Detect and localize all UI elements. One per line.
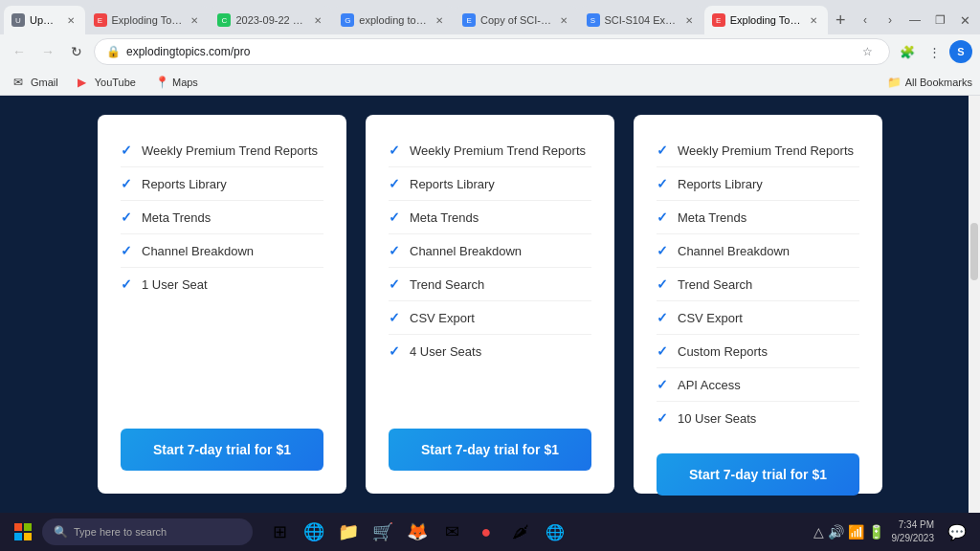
tab-exploding-active[interactable]: E Exploding Topic... ✕ (704, 6, 828, 34)
battery-icon[interactable]: 🔋 (868, 524, 884, 540)
svg-rect-3 (24, 533, 32, 540)
extensions-icon[interactable]: 🧩 (896, 40, 919, 63)
taskbar-app-edge[interactable]: 🌐 (299, 517, 329, 547)
tab-close-exploding-active[interactable]: ✕ (807, 13, 820, 27)
notification-center-button[interactable]: 💬 (942, 517, 972, 547)
taskbar-app-pepper[interactable]: 🌶 (505, 517, 536, 547)
bookmark-gmail[interactable]: ✉ Gmail (8, 74, 64, 91)
taskbar: 🔍 Type here to search ⊞ 🌐 📁 🛒 🦊 ✉ ● 🌶 🌐 … (0, 513, 980, 551)
address-bar[interactable]: 🔒 explodingtopics.com/pro ☆ (94, 38, 890, 65)
tab-upwork[interactable]: U Upwork ✕ (4, 6, 85, 34)
checkmark-icon: ✓ (657, 209, 668, 225)
feature-label: API Access (678, 378, 741, 392)
url-text: explodingtopics.com/pro (126, 45, 851, 58)
taskbar-search[interactable]: 🔍 Type here to search (42, 518, 253, 545)
back-button[interactable]: ← (8, 40, 31, 63)
more-options-icon[interactable]: ⋮ (923, 40, 946, 63)
checkmark-icon: ✓ (657, 276, 668, 292)
tab-scroll-left-button[interactable]: ‹ (854, 9, 877, 32)
taskbar-app-explorer[interactable]: 📁 (333, 517, 364, 547)
pricing-card-pro: ✓ Weekly Premium Trend Reports ✓ Reports… (366, 115, 614, 494)
feature-label: 10 User Seats (678, 411, 756, 426)
new-tab-button[interactable]: + (829, 7, 853, 33)
checkmark-icon: ✓ (657, 410, 668, 426)
tab-exploding-1[interactable]: E Exploding Topic... ✕ (86, 6, 210, 34)
browser-actions: 🧩 ⋮ S (896, 40, 972, 63)
tab-close-copy-sci[interactable]: ✕ (557, 13, 570, 27)
start-button[interactable] (8, 517, 38, 547)
minimize-button[interactable]: — (903, 9, 926, 32)
feature-label: Custom Reports (678, 344, 768, 359)
checkmark-icon: ✓ (389, 243, 400, 258)
tab-scroll-right-button[interactable]: › (879, 9, 902, 32)
feature-label: Trend Search (410, 277, 484, 292)
maximize-button[interactable]: ❐ (928, 9, 951, 32)
feature-item: ✓ CSV Export (389, 301, 591, 335)
tab-close-upwork[interactable]: ✕ (64, 13, 78, 27)
feature-item: ✓ 10 User Seats (657, 402, 859, 434)
forward-button[interactable]: → (36, 40, 59, 63)
tab-title-sci-s104: SCI-S104 Explo... (605, 14, 678, 26)
tab-favicon-exploding-1: E (94, 13, 107, 27)
tab-google[interactable]: G exploding topic... ✕ (333, 6, 454, 34)
feature-item: ✓ Reports Library (121, 167, 323, 201)
taskbar-app-chrome[interactable]: 🌐 (540, 517, 570, 547)
tab-title-copy-sci: Copy of SCI-S1... (480, 14, 551, 26)
checkmark-icon: ✓ (389, 276, 400, 292)
taskbar-search-placeholder: Type here to search (74, 526, 167, 538)
tab-close-google[interactable]: ✕ (433, 13, 446, 27)
cta-button-basic[interactable]: Start 7-day trial for $1 (121, 429, 323, 471)
feature-item: ✓ Trend Search (389, 268, 591, 301)
address-actions: ☆ (857, 41, 878, 62)
tab-title-exploding-active: Exploding Topic... (730, 14, 802, 26)
pricing-card-enterprise: ✓ Weekly Premium Trend Reports ✓ Reports… (634, 115, 882, 494)
tab-sci-s104[interactable]: S SCI-S104 Explo... ✕ (579, 6, 703, 34)
address-bar-row: ← → ↻ 🔒 explodingtopics.com/pro ☆ 🧩 ⋮ S (0, 34, 980, 69)
tab-title-uni: 2023-09-22 Uni... (235, 14, 306, 26)
volume-icon[interactable]: 🔊 (828, 524, 844, 540)
close-button[interactable]: ✕ (953, 9, 976, 32)
notification-icon[interactable]: △ (813, 524, 824, 540)
clock-time: 7:34 PM (892, 518, 935, 532)
feature-label: Channel Breakdown (142, 244, 254, 258)
taskbar-app-red1[interactable]: ● (471, 517, 501, 547)
feature-item: ✓ Channel Breakdown (389, 234, 591, 268)
bookmark-maps[interactable]: 📍 Maps (149, 74, 204, 91)
feature-label: Meta Trends (678, 210, 746, 225)
taskbar-app-widgets[interactable]: ⊞ (264, 517, 295, 547)
tab-close-uni[interactable]: ✕ (311, 13, 324, 27)
cta-button-pro[interactable]: Start 7-day trial for $1 (389, 429, 591, 471)
taskbar-app-store[interactable]: 🛒 (368, 517, 398, 547)
feature-item: ✓ 1 User Seat (121, 268, 323, 300)
feature-item: ✓ CSV Export (657, 301, 859, 335)
network-icon[interactable]: 📶 (848, 524, 864, 540)
checkmark-icon: ✓ (657, 343, 668, 359)
taskbar-app-firefox[interactable]: 🦊 (402, 517, 433, 547)
checkmark-icon: ✓ (657, 176, 668, 191)
feature-label: Trend Search (678, 277, 752, 292)
bookmark-star-icon[interactable]: ☆ (857, 41, 878, 62)
scrollbar-thumb[interactable] (970, 223, 978, 280)
tab-close-sci-s104[interactable]: ✕ (682, 13, 696, 27)
tab-favicon-sci-s104: S (587, 13, 600, 27)
tab-uni[interactable]: C 2023-09-22 Uni... ✕ (210, 6, 332, 34)
bookmark-youtube[interactable]: ▶ YouTube (72, 74, 142, 91)
tab-close-exploding-1[interactable]: ✕ (188, 13, 201, 27)
tab-favicon-exploding-active: E (712, 13, 725, 27)
all-bookmarks[interactable]: 📁 All Bookmarks (887, 76, 972, 89)
checkmark-icon: ✓ (657, 143, 668, 158)
checkmark-icon: ✓ (389, 209, 400, 225)
scrollbar[interactable] (969, 96, 980, 513)
page-content: ✓ Weekly Premium Trend Reports ✓ Reports… (0, 96, 980, 513)
tab-favicon-uni: C (217, 13, 231, 27)
reload-button[interactable]: ↻ (65, 40, 88, 63)
cta-button-enterprise[interactable]: Start 7-day trial for $1 (657, 453, 859, 496)
feature-item: ✓ Weekly Premium Trend Reports (389, 134, 591, 167)
feature-label: 1 User Seat (142, 277, 208, 292)
taskbar-app-mail[interactable]: ✉ (436, 517, 467, 547)
tab-copy-sci[interactable]: E Copy of SCI-S1... ✕ (455, 6, 577, 34)
taskbar-apps: ⊞ 🌐 📁 🛒 🦊 ✉ ● 🌶 🌐 (264, 517, 570, 547)
checkmark-icon: ✓ (121, 209, 132, 225)
profile-button[interactable]: S (949, 40, 972, 63)
taskbar-clock[interactable]: 7:34 PM 9/29/2023 (892, 518, 935, 545)
